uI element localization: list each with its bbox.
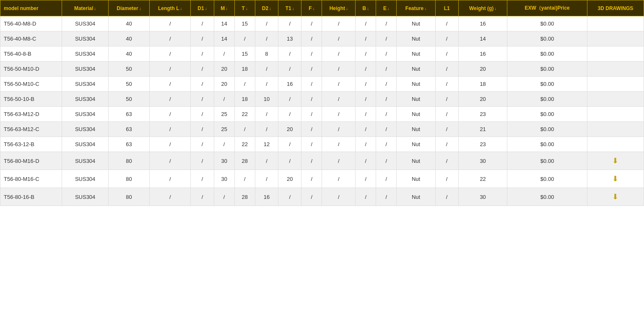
- cell-e: /: [376, 188, 397, 206]
- cell-t1: /: [278, 152, 301, 170]
- download-icon[interactable]: ⬇: [612, 192, 618, 201]
- cell-feature: Nut: [397, 137, 435, 152]
- cell-material: SUS304: [62, 152, 109, 170]
- cell-height: /: [322, 188, 356, 206]
- cell-d1: /: [191, 92, 214, 107]
- cell-t: 18: [234, 92, 255, 107]
- header-weight[interactable]: Weight (g)↓: [458, 0, 507, 16]
- cell-e: /: [376, 16, 397, 31]
- header-height[interactable]: Height↓: [322, 0, 356, 16]
- cell-height: /: [322, 92, 356, 107]
- header-d2[interactable]: D2↓: [255, 0, 278, 16]
- cell-3d-drawings[interactable]: ⬇: [587, 152, 644, 170]
- table-wrapper: model numberMaterial↓Diameter↓Length L↓D…: [0, 0, 644, 206]
- header-model[interactable]: model number: [0, 0, 62, 16]
- table-row: T56-80-M16-CSUS30480//30//20////Nut/22$0…: [0, 170, 644, 188]
- cell-d1: /: [191, 62, 214, 77]
- header-feature[interactable]: Feature↓: [397, 0, 435, 16]
- cell-weight: 16: [458, 46, 507, 62]
- header-label-feature: Feature: [405, 5, 423, 11]
- header-label-diameter: Diameter: [117, 5, 138, 11]
- cell-m: /: [214, 92, 234, 107]
- header-l1: L1: [435, 0, 458, 16]
- sort-arrow-t1: ↓: [292, 6, 294, 11]
- download-icon[interactable]: ⬇: [612, 174, 618, 183]
- cell-t: /: [234, 122, 255, 137]
- header-length[interactable]: Length L↓: [150, 0, 191, 16]
- header-label-b: B: [362, 5, 366, 11]
- cell-t: 22: [234, 107, 255, 122]
- cell-f: /: [301, 16, 322, 31]
- cell-price: $0.00: [507, 170, 587, 188]
- cell-model: T56-63-12-B: [0, 137, 62, 152]
- cell-f: /: [301, 107, 322, 122]
- cell-diameter: 40: [108, 16, 149, 31]
- cell-t1: /: [278, 137, 301, 152]
- header-material[interactable]: Material↓: [62, 0, 109, 16]
- download-icon[interactable]: ⬇: [612, 156, 618, 165]
- header-diameter[interactable]: Diameter↓: [108, 0, 149, 16]
- header-t1[interactable]: T1↓: [278, 0, 301, 16]
- cell-e: /: [376, 31, 397, 46]
- cell-length: /: [150, 62, 191, 77]
- cell-length: /: [150, 137, 191, 152]
- cell-d2: /: [255, 122, 278, 137]
- cell-feature: Nut: [397, 16, 435, 31]
- cell-feature: Nut: [397, 152, 435, 170]
- cell-t: /: [234, 77, 255, 92]
- cell-diameter: 40: [108, 46, 149, 62]
- cell-d2: /: [255, 107, 278, 122]
- cell-l1: /: [435, 170, 458, 188]
- cell-feature: Nut: [397, 62, 435, 77]
- cell-3d-drawings[interactable]: ⬇: [587, 188, 644, 206]
- header-d1[interactable]: D1↓: [191, 0, 214, 16]
- table-row: T56-40-8-BSUS30440///158/////Nut/16$0.00: [0, 46, 644, 62]
- cell-price: $0.00: [507, 62, 587, 77]
- cell-t: 28: [234, 152, 255, 170]
- cell-d1: /: [191, 152, 214, 170]
- cell-weight: 21: [458, 122, 507, 137]
- cell-height: /: [322, 16, 356, 31]
- cell-f: /: [301, 92, 322, 107]
- cell-3d-drawings[interactable]: ⬇: [587, 170, 644, 188]
- header-label-t1: T1: [286, 5, 291, 11]
- cell-weight: 20: [458, 62, 507, 77]
- cell-model: T56-80-16-B: [0, 188, 62, 206]
- cell-feature: Nut: [397, 31, 435, 46]
- cell-weight: 23: [458, 137, 507, 152]
- cell-weight: 22: [458, 170, 507, 188]
- cell-model: T56-50-M10-D: [0, 62, 62, 77]
- cell-price: $0.00: [507, 188, 587, 206]
- header-m[interactable]: M↓: [214, 0, 234, 16]
- header-label-d2: D2: [262, 5, 268, 11]
- cell-height: /: [322, 170, 356, 188]
- cell-b: /: [356, 152, 376, 170]
- cell-d2: /: [255, 16, 278, 31]
- header-label-l1: L1: [444, 5, 450, 11]
- cell-feature: Nut: [397, 107, 435, 122]
- cell-m: 14: [214, 31, 234, 46]
- cell-m: /: [214, 137, 234, 152]
- cell-model: T56-80-M16-C: [0, 170, 62, 188]
- cell-price: $0.00: [507, 92, 587, 107]
- cell-material: SUS304: [62, 92, 109, 107]
- header-label-3d: 3D DRAWINGS: [598, 5, 634, 11]
- cell-b: /: [356, 122, 376, 137]
- cell-diameter: 50: [108, 77, 149, 92]
- cell-l1: /: [435, 62, 458, 77]
- header-e[interactable]: E↓: [376, 0, 397, 16]
- cell-price: $0.00: [507, 107, 587, 122]
- header-price: EXW（yantai)Price: [507, 0, 587, 16]
- sort-arrow-feature: ↓: [424, 6, 426, 11]
- header-label-e: E: [383, 5, 387, 11]
- cell-e: /: [376, 170, 397, 188]
- cell-diameter: 80: [108, 152, 149, 170]
- sort-arrow-length: ↓: [180, 6, 182, 11]
- header-label-length: Length L: [158, 5, 179, 11]
- header-f[interactable]: F↓: [301, 0, 322, 16]
- table-row: T56-80-16-BSUS30480///2816/////Nut/30$0.…: [0, 188, 644, 206]
- header-b[interactable]: B↓: [356, 0, 376, 16]
- header-t[interactable]: T↓: [234, 0, 255, 16]
- cell-height: /: [322, 31, 356, 46]
- cell-l1: /: [435, 137, 458, 152]
